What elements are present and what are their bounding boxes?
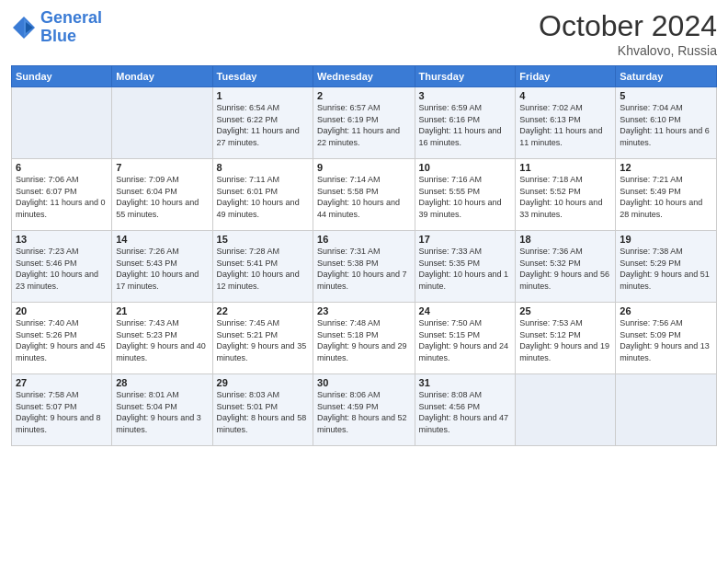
day-number: 28 xyxy=(116,377,208,388)
col-wednesday: Wednesday xyxy=(313,66,415,87)
day-number: 10 xyxy=(419,162,512,173)
table-row: 26Sunrise: 7:56 AMSunset: 5:09 PMDayligh… xyxy=(616,303,717,374)
logo-text: General Blue xyxy=(40,9,102,46)
table-row: 4Sunrise: 7:02 AMSunset: 6:13 PMDaylight… xyxy=(516,87,616,159)
day-number: 20 xyxy=(16,305,108,316)
page: General Blue October 2024 Khvalovo, Russ… xyxy=(0,0,728,563)
day-detail: Sunrise: 6:59 AMSunset: 6:16 PMDaylight:… xyxy=(419,102,512,148)
day-detail: Sunrise: 7:38 AMSunset: 5:29 PMDaylight:… xyxy=(620,246,712,292)
day-detail: Sunrise: 7:23 AMSunset: 5:46 PMDaylight:… xyxy=(16,246,108,292)
day-detail: Sunrise: 7:53 AMSunset: 5:12 PMDaylight:… xyxy=(519,317,611,363)
day-number: 9 xyxy=(317,162,410,173)
day-number: 6 xyxy=(16,162,108,173)
table-row: 14Sunrise: 7:26 AMSunset: 5:43 PMDayligh… xyxy=(112,231,212,303)
day-number: 4 xyxy=(519,90,611,101)
day-number: 7 xyxy=(116,162,208,173)
table-row: 18Sunrise: 7:36 AMSunset: 5:32 PMDayligh… xyxy=(516,231,616,303)
day-number: 18 xyxy=(519,234,611,245)
day-detail: Sunrise: 7:26 AMSunset: 5:43 PMDaylight:… xyxy=(116,246,208,292)
day-detail: Sunrise: 7:48 AMSunset: 5:18 PMDaylight:… xyxy=(317,317,410,363)
day-number: 14 xyxy=(116,234,208,245)
table-row: 8Sunrise: 7:11 AMSunset: 6:01 PMDaylight… xyxy=(212,159,313,231)
logo-blue: Blue xyxy=(40,27,76,45)
col-saturday: Saturday xyxy=(616,66,717,87)
day-number: 22 xyxy=(217,305,309,316)
title-block: October 2024 Khvalovo, Russia xyxy=(539,9,717,58)
day-number: 23 xyxy=(317,305,410,316)
table-row: 16Sunrise: 7:31 AMSunset: 5:38 PMDayligh… xyxy=(313,231,415,303)
col-monday: Monday xyxy=(112,66,212,87)
day-detail: Sunrise: 6:54 AMSunset: 6:22 PMDaylight:… xyxy=(217,102,309,148)
day-detail: Sunrise: 7:43 AMSunset: 5:23 PMDaylight:… xyxy=(116,317,208,363)
day-number: 13 xyxy=(16,234,108,245)
day-number: 15 xyxy=(217,234,309,245)
calendar-week-row: 27Sunrise: 7:58 AMSunset: 5:07 PMDayligh… xyxy=(12,374,717,446)
table-row: 17Sunrise: 7:33 AMSunset: 5:35 PMDayligh… xyxy=(415,231,516,303)
day-detail: Sunrise: 7:02 AMSunset: 6:13 PMDaylight:… xyxy=(519,102,611,148)
day-detail: Sunrise: 7:56 AMSunset: 5:09 PMDaylight:… xyxy=(620,317,712,363)
day-number: 8 xyxy=(217,162,309,173)
day-detail: Sunrise: 8:01 AMSunset: 5:04 PMDaylight:… xyxy=(116,389,208,435)
logo-icon xyxy=(11,15,37,40)
table-row: 3Sunrise: 6:59 AMSunset: 6:16 PMDaylight… xyxy=(415,87,516,159)
table-row xyxy=(616,374,717,446)
table-row: 1Sunrise: 6:54 AMSunset: 6:22 PMDaylight… xyxy=(212,87,313,159)
day-detail: Sunrise: 8:06 AMSunset: 4:59 PMDaylight:… xyxy=(317,389,410,435)
table-row: 25Sunrise: 7:53 AMSunset: 5:12 PMDayligh… xyxy=(516,303,616,374)
day-number: 25 xyxy=(519,305,611,316)
col-thursday: Thursday xyxy=(415,66,516,87)
day-detail: Sunrise: 7:36 AMSunset: 5:32 PMDaylight:… xyxy=(519,246,611,292)
day-number: 17 xyxy=(419,234,512,245)
day-detail: Sunrise: 7:58 AMSunset: 5:07 PMDaylight:… xyxy=(16,389,108,435)
calendar-table: Sunday Monday Tuesday Wednesday Thursday… xyxy=(11,65,717,446)
table-row: 15Sunrise: 7:28 AMSunset: 5:41 PMDayligh… xyxy=(212,231,313,303)
table-row: 30Sunrise: 8:06 AMSunset: 4:59 PMDayligh… xyxy=(313,374,415,446)
day-number: 30 xyxy=(317,377,410,388)
day-detail: Sunrise: 7:16 AMSunset: 5:55 PMDaylight:… xyxy=(419,174,512,220)
day-number: 11 xyxy=(519,162,611,173)
day-number: 3 xyxy=(419,90,512,101)
calendar-week-row: 13Sunrise: 7:23 AMSunset: 5:46 PMDayligh… xyxy=(12,231,717,303)
calendar-week-row: 6Sunrise: 7:06 AMSunset: 6:07 PMDaylight… xyxy=(12,159,717,231)
calendar-header-row: Sunday Monday Tuesday Wednesday Thursday… xyxy=(12,66,717,87)
table-row: 6Sunrise: 7:06 AMSunset: 6:07 PMDaylight… xyxy=(12,159,112,231)
header: General Blue October 2024 Khvalovo, Russ… xyxy=(11,9,717,58)
table-row xyxy=(12,87,112,159)
day-number: 29 xyxy=(217,377,309,388)
table-row: 2Sunrise: 6:57 AMSunset: 6:19 PMDaylight… xyxy=(313,87,415,159)
table-row: 20Sunrise: 7:40 AMSunset: 5:26 PMDayligh… xyxy=(12,303,112,374)
table-row xyxy=(112,87,212,159)
day-detail: Sunrise: 7:31 AMSunset: 5:38 PMDaylight:… xyxy=(317,246,410,292)
table-row: 24Sunrise: 7:50 AMSunset: 5:15 PMDayligh… xyxy=(415,303,516,374)
location-subtitle: Khvalovo, Russia xyxy=(539,43,717,58)
calendar-week-row: 20Sunrise: 7:40 AMSunset: 5:26 PMDayligh… xyxy=(12,303,717,374)
table-row: 19Sunrise: 7:38 AMSunset: 5:29 PMDayligh… xyxy=(616,231,717,303)
calendar-week-row: 1Sunrise: 6:54 AMSunset: 6:22 PMDaylight… xyxy=(12,87,717,159)
day-detail: Sunrise: 7:40 AMSunset: 5:26 PMDaylight:… xyxy=(16,317,108,363)
table-row: 13Sunrise: 7:23 AMSunset: 5:46 PMDayligh… xyxy=(12,231,112,303)
day-detail: Sunrise: 7:14 AMSunset: 5:58 PMDaylight:… xyxy=(317,174,410,220)
day-detail: Sunrise: 8:03 AMSunset: 5:01 PMDaylight:… xyxy=(217,389,309,435)
col-tuesday: Tuesday xyxy=(212,66,313,87)
table-row: 11Sunrise: 7:18 AMSunset: 5:52 PMDayligh… xyxy=(516,159,616,231)
day-detail: Sunrise: 7:28 AMSunset: 5:41 PMDaylight:… xyxy=(217,246,309,292)
table-row: 22Sunrise: 7:45 AMSunset: 5:21 PMDayligh… xyxy=(212,303,313,374)
table-row: 10Sunrise: 7:16 AMSunset: 5:55 PMDayligh… xyxy=(415,159,516,231)
col-friday: Friday xyxy=(516,66,616,87)
day-detail: Sunrise: 8:08 AMSunset: 4:56 PMDaylight:… xyxy=(419,389,512,435)
day-number: 16 xyxy=(317,234,410,245)
table-row: 23Sunrise: 7:48 AMSunset: 5:18 PMDayligh… xyxy=(313,303,415,374)
table-row: 28Sunrise: 8:01 AMSunset: 5:04 PMDayligh… xyxy=(112,374,212,446)
table-row: 12Sunrise: 7:21 AMSunset: 5:49 PMDayligh… xyxy=(616,159,717,231)
day-detail: Sunrise: 7:45 AMSunset: 5:21 PMDaylight:… xyxy=(217,317,309,363)
day-number: 2 xyxy=(317,90,410,101)
day-number: 31 xyxy=(419,377,512,388)
day-number: 5 xyxy=(620,90,712,101)
day-detail: Sunrise: 6:57 AMSunset: 6:19 PMDaylight:… xyxy=(317,102,410,148)
day-detail: Sunrise: 7:33 AMSunset: 5:35 PMDaylight:… xyxy=(419,246,512,292)
table-row: 5Sunrise: 7:04 AMSunset: 6:10 PMDaylight… xyxy=(616,87,717,159)
day-number: 1 xyxy=(217,90,309,101)
day-detail: Sunrise: 7:50 AMSunset: 5:15 PMDaylight:… xyxy=(419,317,512,363)
col-sunday: Sunday xyxy=(12,66,112,87)
table-row: 27Sunrise: 7:58 AMSunset: 5:07 PMDayligh… xyxy=(12,374,112,446)
